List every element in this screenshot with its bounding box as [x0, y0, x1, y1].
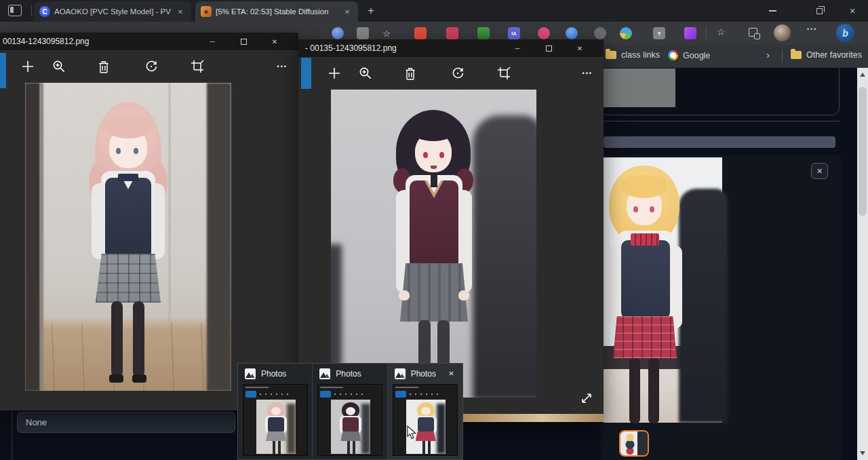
maximize-button[interactable] — [533, 39, 564, 57]
mini-title-bar — [320, 387, 343, 388]
close-button[interactable]: ✕ — [564, 39, 595, 57]
browser-tab-stable-diffusion-active[interactable]: ◆ [5% ETA: 02:53] Stable Diffusion ✕ — [195, 1, 358, 22]
crop-icon[interactable] — [496, 66, 511, 81]
rotate-icon[interactable] — [450, 66, 465, 81]
wall-seam — [169, 83, 170, 323]
plaid-bow — [631, 233, 659, 246]
extension-icon-gray-circle[interactable] — [594, 27, 606, 39]
zoom-icon[interactable] — [358, 66, 373, 81]
extension-icon-globe[interactable] — [620, 27, 632, 39]
mouth — [431, 166, 437, 169]
extension-icon-blue[interactable] — [332, 27, 344, 39]
generated-image-preview[interactable] — [604, 157, 722, 423]
photo-00135-image[interactable] — [331, 90, 536, 398]
profile-avatar[interactable] — [774, 24, 791, 41]
accent-strip — [0, 53, 6, 88]
mini-title-bar — [395, 387, 418, 388]
extension-icon-gray[interactable] — [357, 27, 369, 39]
extension-icon-red[interactable] — [414, 27, 427, 39]
preview-label: Photos — [411, 369, 436, 379]
extension-icon-blue-circle[interactable] — [566, 27, 578, 39]
bangs — [621, 175, 667, 198]
browser-restore-button[interactable] — [804, 0, 835, 22]
tab-close-icon[interactable]: ✕ — [175, 6, 186, 17]
scroll-up-arrow-icon[interactable] — [860, 73, 865, 77]
tab-title: AOAOKO [PVC Style Model] - PV — [54, 7, 171, 16]
bookmark-label: Other favorites — [806, 50, 862, 60]
eye — [650, 206, 654, 212]
door-frame — [40, 83, 43, 391]
window-thumbnail[interactable] — [243, 384, 308, 456]
extension-icon-crimson[interactable] — [446, 27, 458, 39]
lightbox-close-button[interactable]: ✕ — [811, 163, 828, 179]
bookmark-folder-class-links[interactable]: class links — [606, 50, 660, 60]
browser-minimize-button[interactable] — [757, 0, 788, 22]
taskbar-preview-photos-1[interactable]: Photos — [238, 364, 313, 459]
extension-icon-star-outline[interactable]: ☆ — [380, 27, 393, 39]
hand — [458, 290, 469, 301]
add-icon[interactable] — [20, 59, 35, 74]
extension-icon-purple[interactable] — [684, 27, 696, 39]
gallery-thumbnail-selected[interactable] — [619, 430, 649, 457]
eye — [439, 152, 444, 158]
window-thumbnail[interactable] — [317, 384, 382, 456]
extension-icon-green[interactable] — [477, 27, 490, 39]
window-thumbnail[interactable] — [393, 384, 458, 456]
folder-icon — [606, 51, 616, 59]
window-title-bar[interactable]: 00134-1243095812.png ─ ✕ — [0, 33, 298, 50]
mini-toolbar — [260, 394, 292, 395]
add-icon[interactable] — [327, 66, 342, 81]
close-button[interactable]: ✕ — [259, 33, 290, 50]
taskbar-preview-photos-3-hovered[interactable]: Photos ✕ — [388, 364, 462, 459]
collections-icon[interactable] — [749, 28, 757, 37]
window-title-bar[interactable]: - 00135-1243095812.png ─ ✕ — [298, 39, 604, 57]
sd-panel-divider — [601, 121, 840, 121]
delete-icon[interactable] — [403, 66, 418, 81]
mini-toolbar — [334, 394, 367, 395]
minimize-button[interactable]: ─ — [502, 39, 533, 57]
crop-icon[interactable] — [190, 59, 205, 74]
extension-icon-pink[interactable] — [538, 27, 550, 39]
browser-close-button[interactable]: ✕ — [837, 0, 868, 22]
scroll-down-arrow-icon[interactable] — [860, 451, 865, 455]
toolbar-separator — [706, 27, 707, 39]
fit-to-window-icon[interactable] — [579, 391, 594, 408]
scrollbar-thumb[interactable] — [859, 87, 867, 216]
leg — [133, 301, 144, 377]
taskbar-preview-photos-2[interactable]: Photos — [313, 364, 387, 459]
delete-icon[interactable] — [96, 59, 111, 74]
maximize-button[interactable] — [228, 33, 259, 50]
see-more-icon[interactable]: ••• — [277, 63, 288, 70]
script-dropdown[interactable]: None — [17, 412, 235, 433]
eye — [134, 148, 138, 154]
browser-more-menu-icon[interactable]: ••• — [807, 26, 817, 33]
eye — [633, 206, 638, 212]
tab-list-icon[interactable] — [8, 5, 22, 16]
extension-icon-ia[interactable]: IA — [508, 27, 520, 39]
photo-00134-image[interactable] — [25, 83, 231, 391]
stable-diffusion-favicon: ◆ — [201, 6, 212, 17]
zoom-icon[interactable] — [52, 59, 66, 74]
hand — [399, 290, 410, 301]
browser-tab-civitai[interactable]: C AOAOKO [PVC Style Model] - PV ✕ — [34, 1, 191, 22]
bookmark-folder-other-favorites[interactable]: Other favorites — [791, 50, 862, 60]
bangs — [104, 115, 152, 138]
bookmark-label: class links — [621, 50, 660, 60]
see-more-icon[interactable]: ••• — [583, 70, 593, 77]
rotate-icon[interactable] — [144, 59, 159, 74]
bookmark-google[interactable]: Google — [668, 50, 710, 60]
photos-window-00134[interactable]: 00134-1243095812.png ─ ✕ ••• — [0, 33, 298, 410]
favorites-star-icon[interactable]: ☆ — [717, 26, 726, 37]
photos-app-icon — [395, 368, 406, 379]
bookmarks-overflow-chevron-icon[interactable]: › — [766, 49, 770, 60]
preview-close-icon[interactable]: ✕ — [446, 368, 457, 379]
extension-icon-y[interactable]: Y — [653, 27, 665, 39]
new-tab-button[interactable]: + — [363, 3, 378, 18]
minimize-button[interactable]: ─ — [197, 33, 228, 50]
eye — [423, 152, 428, 158]
tab-close-icon[interactable]: ✕ — [342, 6, 353, 17]
page-scrollbar[interactable] — [857, 68, 868, 460]
desktop: ✕ None C AOAOKO [PVC Style Model] - PV ✕… — [0, 0, 868, 460]
bing-chat-icon[interactable]: b — [836, 24, 854, 42]
vest — [105, 178, 151, 255]
